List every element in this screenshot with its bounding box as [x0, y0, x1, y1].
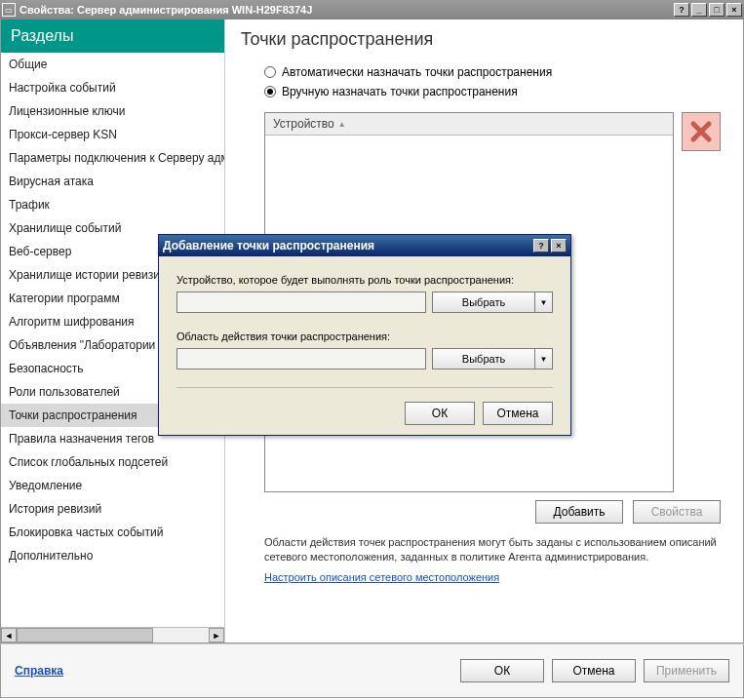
dialog-ok-label: ОК [432, 407, 448, 420]
device-field-label: Устройство, которое будет выполнять роль… [176, 274, 553, 286]
sidebar-item[interactable]: Прокси-сервер KSN [1, 123, 224, 146]
dialog-cancel-button[interactable]: Отмена [483, 402, 553, 425]
footer-apply-button: Применить [644, 659, 729, 682]
scroll-track[interactable] [17, 628, 209, 642]
add-button[interactable]: Добавить [535, 500, 623, 524]
dialog-separator [176, 387, 553, 388]
footer-apply-label: Применить [656, 664, 717, 678]
help-button[interactable]: ? [674, 3, 689, 17]
radio-auto[interactable] [264, 66, 276, 78]
configure-link[interactable]: Настроить описания сетевого местоположен… [264, 571, 727, 583]
scroll-left-button[interactable]: ◄ [1, 628, 17, 642]
app-icon: ▭ [2, 3, 16, 17]
footer: Справка ОК Отмена Применить [0, 643, 744, 698]
radio-auto-label: Автоматически назначать точки распростра… [282, 65, 552, 79]
x-icon [689, 120, 713, 143]
radio-manual-row[interactable]: Вручную назначать точки распространения [264, 85, 727, 98]
sidebar-item[interactable]: Вирусная атака [1, 170, 224, 193]
sidebar-header: Разделы [1, 19, 224, 53]
device-select-combo[interactable]: Выбрать ▼ [432, 292, 553, 313]
sort-indicator-icon: ▲ [338, 120, 346, 129]
sidebar-item[interactable]: Лицензионные ключи [1, 99, 224, 123]
sidebar-scrollbar[interactable]: ◄ ► [1, 627, 224, 642]
sidebar-item[interactable]: Настройка событий [1, 76, 224, 99]
remove-button[interactable] [682, 112, 721, 151]
chevron-down-icon[interactable]: ▼ [534, 349, 552, 369]
maximize-button[interactable]: □ [709, 3, 724, 17]
scope-select-combo[interactable]: Выбрать ▼ [432, 348, 553, 369]
device-select-label: Выбрать [433, 292, 534, 312]
dialog-close-button[interactable]: × [551, 239, 567, 253]
dialog-ok-button[interactable]: ОК [405, 402, 475, 425]
dialog-titlebar: Добавление точки распространения ? × [159, 235, 570, 256]
scope-select-label: Выбрать [433, 349, 534, 369]
footer-ok-button[interactable]: ОК [460, 659, 544, 682]
dialog-cancel-label: Отмена [496, 407, 538, 420]
device-input[interactable] [176, 292, 426, 313]
sidebar-item[interactable]: История ревизий [1, 497, 224, 521]
scope-field-label: Область действия точки распространения: [176, 331, 553, 342]
sidebar-item[interactable]: Уведомление [1, 474, 224, 497]
sidebar-item[interactable]: Трафик [1, 193, 224, 216]
device-list-header[interactable]: Устройство ▲ [265, 113, 673, 136]
close-button[interactable]: × [726, 3, 742, 17]
window-title: Свойства: Сервер администрирования WIN-H… [20, 4, 674, 16]
radio-manual-label: Вручную назначать точки распространения [282, 85, 518, 98]
device-column-label: Устройство [273, 117, 334, 131]
scroll-right-button[interactable]: ► [209, 628, 224, 642]
radio-manual[interactable] [264, 86, 276, 97]
add-button-label: Добавить [553, 505, 605, 519]
properties-button: Свойства [633, 500, 721, 524]
sidebar-item[interactable]: Блокировка частых событий [1, 521, 224, 544]
dialog-help-button[interactable]: ? [533, 239, 549, 253]
sidebar-item[interactable]: Список глобальных подсетей [1, 450, 224, 474]
properties-button-label: Свойства [651, 505, 703, 519]
dialog-title: Добавление точки распространения [163, 239, 531, 253]
scope-note: Области действия точек распространения м… [264, 535, 721, 565]
minimize-button[interactable]: _ [691, 3, 707, 17]
footer-cancel-button[interactable]: Отмена [552, 659, 636, 682]
scope-input[interactable] [176, 348, 426, 369]
chevron-down-icon[interactable]: ▼ [534, 292, 552, 312]
window-titlebar: ▭ Свойства: Сервер администрирования WIN… [0, 0, 744, 19]
footer-help-link[interactable]: Справка [15, 664, 63, 678]
radio-auto-row[interactable]: Автоматически назначать точки распростра… [264, 65, 727, 79]
scroll-thumb[interactable] [17, 628, 153, 642]
sidebar-item[interactable]: Параметры подключения к Серверу админи [1, 146, 224, 170]
sidebar-item[interactable]: Дополнительно [1, 544, 224, 567]
add-point-dialog: Добавление точки распространения ? × Уст… [158, 234, 571, 436]
footer-ok-label: ОК [494, 664, 510, 678]
page-title: Точки распространения [241, 29, 727, 50]
footer-cancel-label: Отмена [572, 664, 614, 678]
sidebar-item[interactable]: Общие [1, 53, 224, 76]
